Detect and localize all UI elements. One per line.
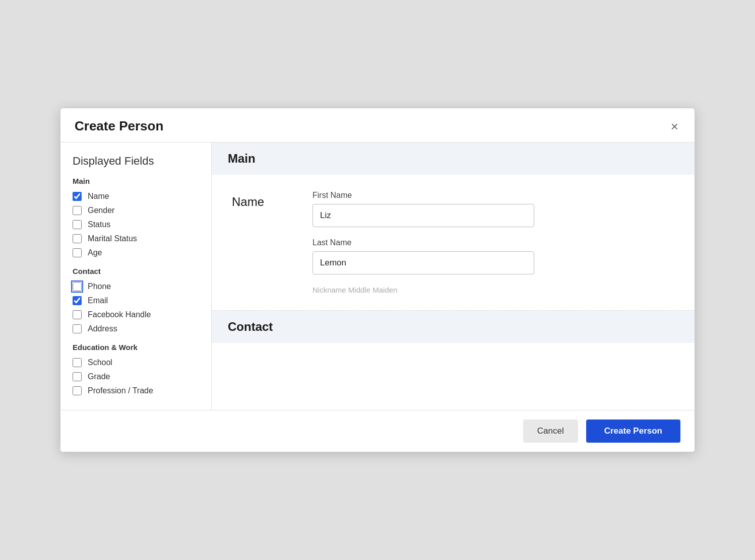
- checkbox-grade[interactable]: [73, 372, 82, 381]
- first-name-input[interactable]: [312, 204, 534, 227]
- main-content: Main Name First Name Last Name Nickname …: [212, 143, 695, 410]
- name-form-fields: First Name Last Name Nickname Middle Mai…: [312, 191, 674, 294]
- checkbox-item-school[interactable]: School: [73, 356, 199, 370]
- checkbox-item-address[interactable]: Address: [73, 322, 199, 336]
- checkbox-label-address: Address: [88, 324, 117, 333]
- checkbox-label-facebook: Facebook Handle: [88, 310, 151, 319]
- first-name-group: First Name: [312, 191, 674, 227]
- checkbox-school[interactable]: [73, 358, 82, 367]
- checkbox-age[interactable]: [73, 248, 82, 257]
- checkbox-phone[interactable]: [73, 282, 82, 291]
- first-name-label: First Name: [312, 191, 674, 200]
- checkbox-profession[interactable]: [73, 386, 82, 395]
- checkbox-item-status[interactable]: Status: [73, 218, 199, 232]
- checkbox-label-email: Email: [88, 296, 108, 305]
- sidebar-heading: Displayed Fields: [73, 155, 199, 168]
- checkbox-item-gender[interactable]: Gender: [73, 203, 199, 218]
- dialog-title: Create Person: [75, 118, 163, 134]
- dialog-body: Displayed Fields Main Name Gender Status…: [60, 143, 695, 410]
- checkbox-label-gender: Gender: [88, 206, 114, 215]
- checkbox-label-profession: Profession / Trade: [88, 386, 153, 395]
- checkbox-label-name: Name: [88, 192, 109, 201]
- last-name-label: Last Name: [312, 238, 674, 247]
- close-button[interactable]: ×: [669, 120, 680, 133]
- checkbox-label-age: Age: [88, 248, 102, 257]
- checkbox-gender[interactable]: [73, 206, 82, 215]
- contact-section-header: Contact: [212, 311, 695, 343]
- section-label-main: Main: [73, 177, 199, 185]
- checkbox-label-status: Status: [88, 220, 110, 229]
- checkbox-item-facebook[interactable]: Facebook Handle: [73, 308, 199, 322]
- checkbox-item-email[interactable]: Email: [73, 294, 199, 308]
- name-form-section: Name First Name Last Name Nickname Middl…: [212, 175, 695, 311]
- checkbox-item-profession[interactable]: Profession / Trade: [73, 384, 199, 398]
- last-name-group: Last Name: [312, 238, 674, 274]
- sidebar: Displayed Fields Main Name Gender Status…: [60, 143, 212, 410]
- last-name-input[interactable]: [312, 251, 534, 274]
- checkbox-status[interactable]: [73, 220, 82, 229]
- section-label-education: Education & Work: [73, 343, 199, 352]
- checkbox-facebook[interactable]: [73, 310, 82, 319]
- checkbox-label-grade: Grade: [88, 372, 110, 381]
- checkbox-name[interactable]: [73, 192, 82, 201]
- checkbox-item-age[interactable]: Age: [73, 246, 199, 260]
- checkbox-address[interactable]: [73, 324, 82, 333]
- optional-fields-hint: Nickname Middle Maiden: [312, 286, 674, 294]
- checkbox-label-marital: Marital Status: [88, 234, 137, 243]
- section-label-contact: Contact: [73, 267, 199, 275]
- checkbox-email[interactable]: [73, 296, 82, 305]
- checkbox-label-phone: Phone: [88, 282, 111, 291]
- name-section-label: Name: [232, 191, 292, 209]
- checkbox-item-phone[interactable]: Phone: [73, 279, 199, 294]
- checkbox-label-school: School: [88, 358, 112, 367]
- dialog-header: Create Person ×: [60, 108, 695, 143]
- checkbox-item-marital[interactable]: Marital Status: [73, 232, 199, 246]
- cancel-button[interactable]: Cancel: [523, 419, 578, 443]
- create-person-button[interactable]: Create Person: [586, 419, 680, 443]
- dialog-footer: Cancel Create Person: [60, 410, 695, 452]
- create-person-dialog: Create Person × Displayed Fields Main Na…: [60, 108, 695, 452]
- checkbox-marital[interactable]: [73, 234, 82, 243]
- checkbox-item-grade[interactable]: Grade: [73, 370, 199, 384]
- checkbox-item-name[interactable]: Name: [73, 189, 199, 203]
- main-section-header: Main: [212, 143, 695, 175]
